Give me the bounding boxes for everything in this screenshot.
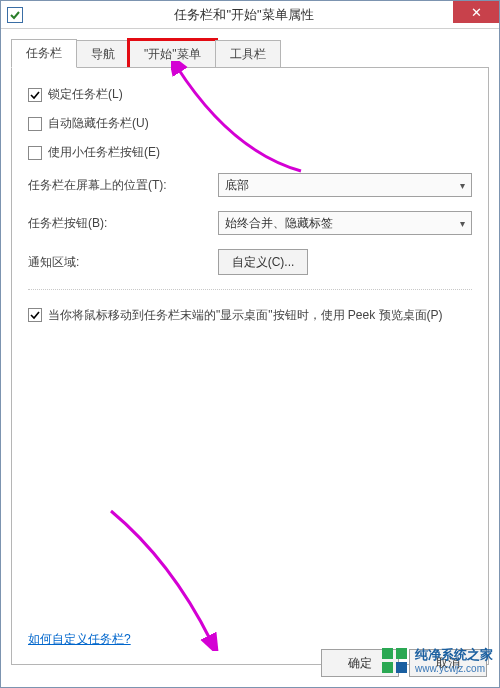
autohide-label: 自动隐藏任务栏(U) xyxy=(48,115,149,132)
watermark: 纯净系统之家 www.ycwjz.com xyxy=(381,647,493,675)
watermark-url: www.ycwjz.com xyxy=(415,663,493,674)
lock-taskbar-label: 锁定任务栏(L) xyxy=(48,86,123,103)
close-icon: ✕ xyxy=(471,5,482,20)
buttons-label: 任务栏按钮(B): xyxy=(28,215,218,232)
window-title: 任务栏和"开始"菜单属性 xyxy=(29,6,499,24)
autohide-row: 自动隐藏任务栏(U) xyxy=(28,115,472,132)
tab-navigation[interactable]: 导航 xyxy=(76,40,130,68)
help-link[interactable]: 如何自定义任务栏? xyxy=(28,631,131,648)
app-icon xyxy=(7,7,23,23)
smallbtn-checkbox[interactable] xyxy=(28,146,42,160)
notify-row: 通知区域: 自定义(C)... xyxy=(28,249,472,275)
svg-rect-0 xyxy=(382,648,393,659)
tab-start-menu[interactable]: "开始"菜单 xyxy=(129,40,216,68)
smallbtn-label: 使用小任务栏按钮(E) xyxy=(48,144,160,161)
peek-row: 当你将鼠标移动到任务栏末端的"显示桌面"按钮时，使用 Peek 预览桌面(P) xyxy=(28,306,472,325)
svg-rect-2 xyxy=(382,662,393,673)
position-label: 任务栏在屏幕上的位置(T): xyxy=(28,177,218,194)
lock-taskbar-row: 锁定任务栏(L) xyxy=(28,86,472,103)
titlebar: 任务栏和"开始"菜单属性 ✕ xyxy=(1,1,499,29)
svg-rect-3 xyxy=(396,662,407,673)
divider xyxy=(28,289,472,290)
tab-label: "开始"菜单 xyxy=(144,47,201,61)
svg-rect-1 xyxy=(396,648,407,659)
autohide-checkbox[interactable] xyxy=(28,117,42,131)
buttons-value: 始终合并、隐藏标签 xyxy=(225,215,333,232)
position-value: 底部 xyxy=(225,177,249,194)
help-link-text: 如何自定义任务栏? xyxy=(28,632,131,646)
ok-label: 确定 xyxy=(348,655,372,672)
chevron-down-icon: ▾ xyxy=(460,180,465,191)
peek-label: 当你将鼠标移动到任务栏末端的"显示桌面"按钮时，使用 Peek 预览桌面(P) xyxy=(48,306,443,325)
watermark-logo-icon xyxy=(381,647,409,675)
tab-label: 任务栏 xyxy=(26,46,62,60)
chevron-down-icon: ▾ xyxy=(460,218,465,229)
tab-taskbar[interactable]: 任务栏 xyxy=(11,39,77,68)
position-row: 任务栏在屏幕上的位置(T): 底部 ▾ xyxy=(28,173,472,197)
customize-button[interactable]: 自定义(C)... xyxy=(218,249,308,275)
position-select[interactable]: 底部 ▾ xyxy=(218,173,472,197)
smallbtn-row: 使用小任务栏按钮(E) xyxy=(28,144,472,161)
tab-label: 导航 xyxy=(91,47,115,61)
close-button[interactable]: ✕ xyxy=(453,1,499,23)
tab-toolbars[interactable]: 工具栏 xyxy=(215,40,281,68)
tab-panel: 锁定任务栏(L) 自动隐藏任务栏(U) 使用小任务栏按钮(E) 任务栏在屏幕上的… xyxy=(11,67,489,665)
buttons-row: 任务栏按钮(B): 始终合并、隐藏标签 ▾ xyxy=(28,211,472,235)
tabstrip: 任务栏 导航 "开始"菜单 工具栏 xyxy=(11,39,489,68)
notify-label: 通知区域: xyxy=(28,254,218,271)
peek-checkbox[interactable] xyxy=(28,308,42,322)
watermark-name: 纯净系统之家 xyxy=(415,648,493,662)
lock-taskbar-checkbox[interactable] xyxy=(28,88,42,102)
buttons-select[interactable]: 始终合并、隐藏标签 ▾ xyxy=(218,211,472,235)
customize-button-label: 自定义(C)... xyxy=(232,254,295,271)
properties-dialog: 任务栏和"开始"菜单属性 ✕ 任务栏 导航 "开始"菜单 工具栏 锁定任务栏(L… xyxy=(0,0,500,688)
tab-label: 工具栏 xyxy=(230,47,266,61)
